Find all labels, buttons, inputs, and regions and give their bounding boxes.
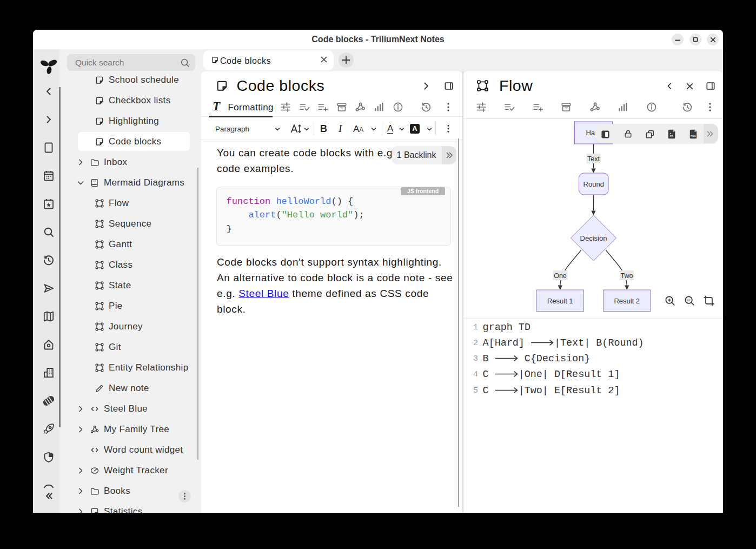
svg-text:Decision: Decision bbox=[580, 234, 607, 242]
svg-text:Result 2: Result 2 bbox=[614, 297, 640, 305]
svg-text:Round: Round bbox=[583, 180, 604, 188]
svg-text:PNG: PNG bbox=[691, 134, 696, 137]
svg-text:Result 1: Result 1 bbox=[547, 297, 573, 305]
svg-text:Two: Two bbox=[621, 272, 633, 280]
svg-text:Text: Text bbox=[587, 155, 600, 163]
svg-text:One: One bbox=[554, 272, 567, 280]
